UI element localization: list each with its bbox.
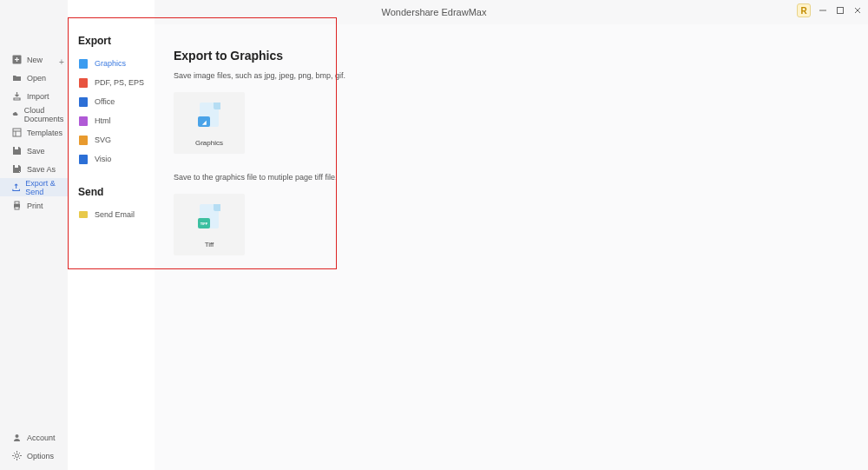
export-item-label: Send Email bbox=[95, 210, 135, 219]
export-item-html[interactable]: Html bbox=[68, 111, 155, 130]
sidebar-item-label: Templates bbox=[27, 129, 62, 137]
export-item-graphics[interactable]: Graphics bbox=[68, 54, 155, 73]
sidebar-item-label: Print bbox=[27, 202, 43, 210]
office-file-icon bbox=[78, 96, 89, 107]
sidebar-item-print[interactable]: Print bbox=[0, 196, 68, 215]
export-section-title: Export bbox=[68, 30, 155, 54]
export-icon bbox=[12, 182, 20, 192]
user-icon bbox=[12, 433, 22, 442]
main-content: Export to Graphics Save image files, suc… bbox=[155, 24, 868, 470]
plus-square-icon bbox=[12, 55, 22, 64]
sidebar-item-saveas[interactable]: Save As bbox=[0, 160, 68, 178]
sidebar-item-label: Export & Send bbox=[25, 179, 68, 196]
print-icon bbox=[12, 201, 22, 210]
sidebar-item-label: Import bbox=[27, 92, 49, 101]
svg-rect-19 bbox=[15, 165, 18, 168]
sidebar-item-account[interactable]: Account bbox=[0, 428, 68, 447]
sidebar-item-import[interactable]: Import bbox=[0, 87, 68, 105]
export-item-label: Graphics bbox=[95, 59, 126, 68]
save-icon bbox=[12, 146, 22, 156]
svg-rect-22 bbox=[15, 207, 19, 209]
sidebar-item-new[interactable]: New bbox=[0, 50, 68, 69]
import-icon bbox=[12, 91, 22, 101]
svg-rect-21 bbox=[15, 202, 19, 204]
export-item-label: SVG bbox=[95, 136, 111, 144]
sidebar-item-label: Open bbox=[27, 74, 46, 83]
file-sidebar: New Open Import Cloud Documents Template… bbox=[0, 0, 68, 470]
cloud-icon bbox=[12, 109, 19, 119]
send-section-title: Send bbox=[68, 181, 155, 205]
sidebar-item-label: New bbox=[27, 56, 43, 64]
sidebar-item-cloud[interactable]: Cloud Documents bbox=[0, 105, 68, 123]
export-item-label: Html bbox=[95, 116, 111, 125]
minimize-button[interactable] bbox=[818, 5, 828, 16]
export-item-visio[interactable]: Visio bbox=[68, 149, 155, 169]
main-description-1: Save image files, such as jpg, jpeg, png… bbox=[174, 71, 849, 80]
pdf-file-icon bbox=[78, 77, 89, 88]
tile-label: Tiff bbox=[205, 241, 214, 248]
sidebar-item-templates[interactable]: Templates bbox=[0, 123, 68, 142]
sidebar-item-open[interactable]: Open bbox=[0, 69, 68, 87]
sidebar-item-label: Cloud Documents bbox=[24, 106, 68, 123]
templates-icon bbox=[12, 128, 22, 137]
export-item-pdf[interactable]: PDF, PS, EPS bbox=[68, 73, 155, 92]
graphics-file-icon bbox=[78, 58, 89, 69]
folder-icon bbox=[12, 73, 22, 83]
svg-rect-15 bbox=[13, 129, 21, 136]
sidebar-item-label: Save bbox=[27, 147, 45, 156]
export-item-svg[interactable]: SVG bbox=[68, 130, 155, 149]
sidebar-item-export[interactable]: Export & Send bbox=[0, 178, 68, 196]
svg-point-24 bbox=[16, 454, 19, 458]
gear-icon bbox=[12, 451, 22, 460]
save-as-icon bbox=[12, 164, 22, 174]
tile-tiff[interactable]: TIFF Tiff bbox=[174, 194, 245, 255]
export-item-label: Office bbox=[95, 97, 115, 106]
visio-file-icon bbox=[78, 154, 89, 164]
sidebar-item-label: Save As bbox=[27, 165, 56, 174]
main-description-2: Save to the graphics file to mutiple pag… bbox=[174, 173, 849, 182]
user-badge[interactable]: R bbox=[797, 3, 811, 17]
email-icon bbox=[78, 209, 89, 220]
maximize-button[interactable] bbox=[835, 5, 845, 16]
svg-file-icon bbox=[78, 135, 89, 145]
main-heading: Export to Graphics bbox=[174, 49, 849, 63]
sidebar-item-options[interactable]: Options bbox=[0, 447, 68, 465]
export-item-sendemail[interactable]: Send Email bbox=[68, 205, 155, 224]
sidebar-item-save[interactable]: Save bbox=[0, 142, 68, 160]
html-file-icon bbox=[78, 116, 89, 126]
close-button[interactable] bbox=[852, 5, 863, 16]
sidebar-item-label: Options bbox=[27, 452, 54, 460]
export-submenu: Export Graphics PDF, PS, EPS Office Html… bbox=[68, 0, 155, 470]
export-item-label: Visio bbox=[95, 155, 111, 163]
svg-point-23 bbox=[16, 434, 19, 438]
svg-rect-18 bbox=[15, 147, 18, 149]
tiff-doc-icon: TIFF bbox=[198, 204, 220, 230]
sidebar-item-label: Account bbox=[27, 434, 56, 442]
svg-rect-1 bbox=[838, 8, 844, 14]
export-item-label: PDF, PS, EPS bbox=[95, 78, 144, 87]
export-item-office[interactable]: Office bbox=[68, 92, 155, 111]
tile-label: Graphics bbox=[195, 139, 223, 147]
graphics-doc-icon: ◢ bbox=[198, 103, 220, 129]
tile-graphics[interactable]: ◢ Graphics bbox=[174, 92, 245, 154]
